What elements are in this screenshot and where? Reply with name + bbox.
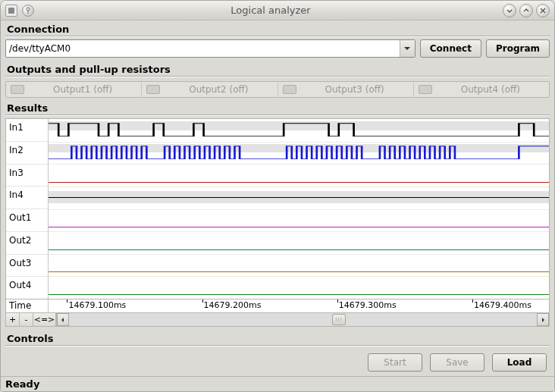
app-icon	[5, 5, 17, 17]
time-axis: Time 14679.100ms14679.200ms14679.300ms14…	[5, 299, 550, 313]
connect-button[interactable]: Connect	[420, 39, 481, 58]
device-combo[interactable]	[5, 39, 415, 58]
output-4-cell[interactable]: Output4 (off)	[414, 82, 549, 97]
zoom-out-button[interactable]: -	[20, 313, 33, 326]
channel-label-out2: Out2	[6, 232, 48, 255]
app-window: Logical analyzer Connection Connect	[0, 0, 555, 392]
scrollbar-thumb[interactable]	[332, 314, 346, 325]
minimize-button[interactable]	[503, 4, 516, 17]
output-2-toggle[interactable]	[146, 85, 160, 94]
status-text: Ready	[5, 378, 39, 390]
pin-button[interactable]	[22, 5, 34, 17]
chevron-down-icon	[403, 45, 411, 52]
output-2-cell[interactable]: Output2 (off)	[142, 82, 278, 97]
start-button[interactable]: Start	[368, 353, 422, 372]
results-section-label: Results	[5, 101, 550, 116]
controls-section-label: Controls	[5, 331, 550, 347]
channel-label-out4: Out4	[6, 277, 48, 299]
load-button[interactable]: Load	[492, 353, 547, 372]
scroll-right-button[interactable]	[537, 313, 549, 326]
output-3-cell[interactable]: Output3 (off)	[278, 82, 414, 97]
channel-label-in4: In4	[6, 187, 48, 209]
maximize-button[interactable]	[519, 4, 533, 17]
channel-label-out1: Out1	[6, 209, 48, 232]
chevron-right-icon	[540, 317, 546, 323]
window-title: Logical analyzer	[39, 5, 503, 16]
horizontal-scrollbar[interactable]	[56, 313, 549, 326]
time-tick: 14679.200ms	[204, 300, 262, 310]
chevron-left-icon	[60, 317, 66, 323]
time-tick: 14679.100ms	[68, 300, 126, 310]
time-axis-label: Time	[6, 299, 49, 312]
program-button[interactable]: Program	[486, 39, 550, 58]
channel-labels: In1 In2 In3 In4 Out1 Out2 Out3 Out4	[6, 119, 49, 299]
zoom-scroll-row: + - <=>	[5, 313, 550, 327]
output-1-label: Output1 (off)	[29, 84, 136, 95]
save-button[interactable]: Save	[430, 353, 484, 372]
output-4-label: Output4 (off)	[437, 84, 544, 95]
output-3-toggle[interactable]	[283, 85, 296, 94]
time-ticks: 14679.100ms14679.200ms14679.300ms14679.4…	[49, 299, 549, 312]
channel-label-in3: In3	[6, 165, 48, 187]
output-1-toggle[interactable]	[11, 85, 24, 94]
channel-label-out3: Out3	[6, 255, 48, 278]
controls-row: Start Save Load	[5, 349, 550, 375]
time-tick: 14679.400ms	[474, 300, 531, 310]
output-4-toggle[interactable]	[419, 85, 432, 94]
channel-label-in1: In1	[6, 119, 48, 142]
waveform-viewport[interactable]	[49, 119, 549, 299]
titlebar: Logical analyzer	[1, 1, 554, 20]
close-button[interactable]	[536, 4, 550, 17]
time-tick: 14679.300ms	[339, 300, 397, 310]
status-bar: Ready	[1, 376, 554, 391]
scroll-left-button[interactable]	[57, 313, 69, 326]
output-1-cell[interactable]: Output1 (off)	[6, 82, 142, 97]
device-dropdown-button[interactable]	[400, 40, 415, 57]
output-2-label: Output2 (off)	[165, 84, 272, 95]
outputs-row: Output1 (off) Output2 (off) Output3 (off…	[5, 81, 550, 98]
results-area: In1 In2 In3 In4 Out1 Out2 Out3 Out4	[5, 118, 550, 299]
zoom-fit-button[interactable]: <=>	[33, 313, 56, 326]
channel-label-in2: In2	[6, 142, 48, 165]
content-area: Connection Connect Program Outputs and p…	[1, 20, 554, 376]
output-3-label: Output3 (off)	[301, 84, 409, 95]
svg-point-0	[27, 8, 30, 11]
connection-section-label: Connection	[5, 22, 550, 37]
outputs-section-label: Outputs and pull-up resistors	[5, 62, 550, 77]
zoom-in-button[interactable]: +	[6, 313, 20, 326]
device-input[interactable]	[6, 40, 400, 57]
